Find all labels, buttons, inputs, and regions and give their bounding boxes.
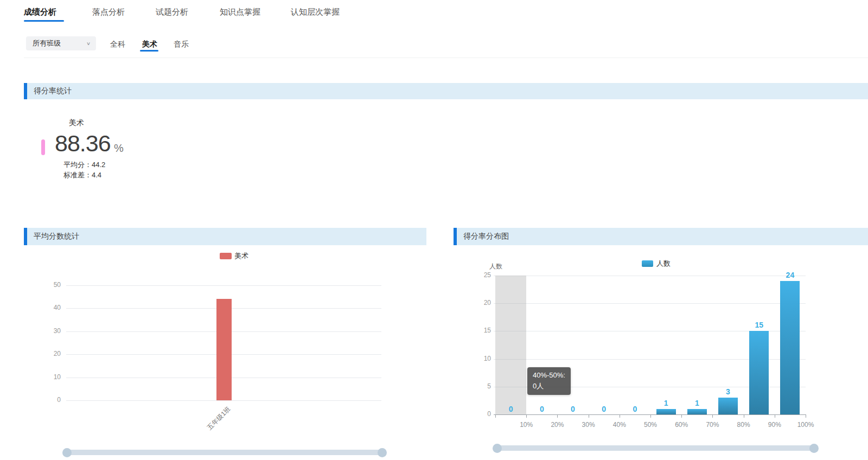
bar-value-label: 1 — [655, 399, 677, 407]
bar-value-label: 3 — [717, 387, 739, 396]
x-axis-tick — [650, 414, 651, 418]
bar-value-label: 15 — [748, 321, 770, 329]
y-axis-tick-label: 15 — [464, 327, 491, 334]
grade-analysis-page: 成绩分析 落点分析 试题分析 知识点掌握 认知层次掌握 所有班级 ∨ 全科 美术… — [0, 0, 868, 460]
x-axis-tick — [495, 414, 496, 418]
bar-value-label: 0 — [562, 405, 584, 413]
x-axis-tick — [620, 414, 620, 418]
bar-100%[interactable] — [780, 281, 800, 414]
hover-highlight-band — [495, 276, 526, 414]
x-axis-tick-label: 50% — [634, 421, 667, 429]
x-axis-tick — [557, 414, 558, 418]
gridline — [66, 400, 381, 401]
left-slider-handle-end[interactable] — [378, 448, 387, 457]
x-axis-category-label: 五年级1班 — [194, 405, 232, 443]
x-axis-tick-label: 60% — [665, 421, 698, 429]
gridline — [66, 285, 381, 286]
y-axis-tick-label: 10 — [464, 355, 491, 362]
y-axis-tick-label: 30 — [34, 327, 61, 335]
x-axis-tick-label: 70% — [696, 421, 729, 429]
y-axis-tick-label: 50 — [34, 281, 61, 289]
y-axis-tick-label: 0 — [34, 396, 61, 404]
gridline — [494, 276, 806, 276]
left-slider-handle-start[interactable] — [62, 448, 72, 457]
bar-80%[interactable] — [718, 398, 738, 414]
x-axis-tick-label: 20% — [541, 421, 573, 429]
tooltip-line-2: 0人 — [533, 381, 565, 392]
x-axis-tick-label: 10% — [510, 421, 542, 429]
x-axis-tick — [526, 414, 527, 418]
right-slider-handle-start[interactable] — [493, 444, 502, 453]
y-axis-tick-label: 25 — [464, 271, 491, 279]
x-axis-tick — [775, 414, 775, 418]
bar-value-label: 0 — [531, 405, 553, 413]
y-axis-tick-label: 0 — [464, 410, 491, 418]
right-chart-zoom-slider[interactable] — [497, 445, 814, 451]
right-slider-handle-end[interactable] — [809, 444, 819, 453]
y-axis-tick-label: 10 — [34, 373, 61, 381]
bar-value-label: 0 — [500, 405, 522, 413]
bar-90%[interactable] — [749, 331, 769, 414]
x-axis-tick-label: 90% — [758, 421, 791, 429]
x-axis-tick — [806, 414, 806, 418]
x-axis-tick-label: 40% — [603, 421, 636, 429]
chart-tooltip: 40%-50%: 0人 — [527, 367, 571, 395]
x-axis-tick-label: 30% — [572, 421, 605, 429]
charts-layer: 01020304050五年级1班051015202510%20%30%40%50… — [0, 0, 868, 460]
x-axis-tick — [589, 414, 589, 418]
y-axis-tick-label: 40 — [34, 304, 61, 311]
y-axis-tick-label: 20 — [34, 350, 61, 357]
bar-value-label: 24 — [779, 271, 801, 279]
tooltip-line-1: 40%-50%: — [533, 370, 565, 381]
x-axis-line — [494, 414, 806, 415]
bar-60%[interactable] — [656, 409, 676, 414]
x-axis-tick-label: 80% — [727, 421, 760, 429]
x-axis-tick — [744, 414, 744, 418]
bar-五年级1班[interactable] — [216, 299, 232, 400]
left-chart-zoom-slider[interactable] — [67, 450, 382, 455]
x-axis-tick — [681, 414, 682, 418]
x-axis-tick — [712, 414, 713, 418]
y-axis-tick-label: 20 — [464, 299, 491, 306]
bar-70%[interactable] — [687, 409, 707, 414]
bar-value-label: 0 — [624, 405, 646, 413]
bar-value-label: 1 — [686, 399, 708, 407]
y-axis-tick-label: 5 — [464, 382, 491, 390]
x-axis-tick-label: 100% — [789, 421, 822, 429]
bar-value-label: 0 — [593, 405, 615, 413]
gridline — [494, 303, 806, 304]
